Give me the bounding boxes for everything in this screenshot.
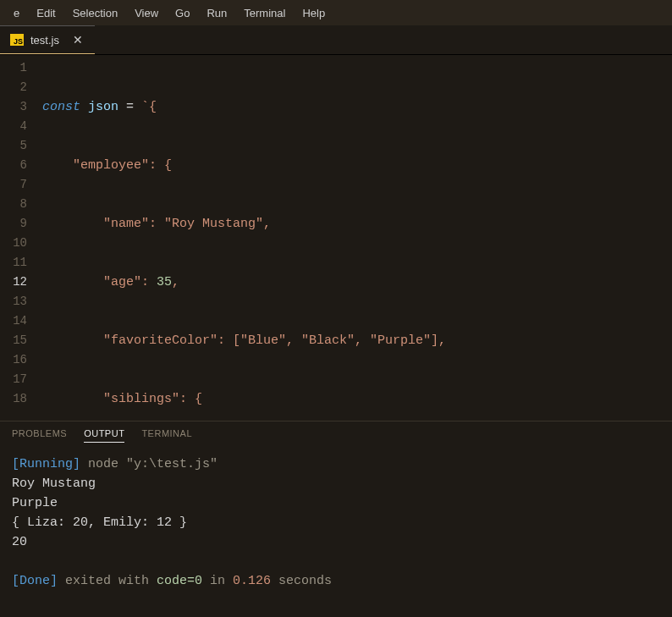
output-text: exited with — [58, 574, 157, 588]
output-command: node "y:\test.js" — [80, 457, 218, 471]
tab-test-js[interactable]: JS test.js ✕ — [0, 25, 95, 54]
panel-tab-output[interactable]: OUTPUT — [84, 428, 124, 443]
line-number: 11 — [0, 253, 27, 273]
output-done-tag: [Done] — [12, 574, 58, 588]
line-number: 7 — [0, 175, 27, 195]
line-number: 3 — [0, 97, 27, 117]
code-line: "employee": { — [42, 156, 672, 175]
output-content[interactable]: [Running] node "y:\test.js" Roy Mustang … — [0, 448, 672, 598]
menu-terminal[interactable]: Terminal — [235, 3, 294, 23]
code-line: "favoriteColor": ["Blue", "Black", "Purp… — [42, 331, 672, 350]
line-number: 14 — [0, 311, 27, 331]
output-line: 20 — [12, 535, 27, 549]
output-duration: 0.126 — [233, 574, 271, 588]
line-number: 15 — [0, 331, 27, 350]
tab-filename: test.js — [30, 34, 59, 47]
bottom-panel: PROBLEMS OUTPUT TERMINAL [Running] node … — [0, 421, 672, 617]
tab-close-button[interactable]: ✕ — [71, 33, 85, 47]
javascript-file-icon: JS — [10, 34, 24, 46]
code-line: "name": "Roy Mustang", — [42, 214, 672, 234]
line-number: 12 — [0, 273, 27, 292]
line-number: 17 — [0, 370, 27, 389]
line-number: 18 — [0, 389, 27, 409]
line-number: 4 — [0, 117, 27, 136]
line-number: 13 — [0, 292, 27, 311]
output-line: { Liza: 20, Emily: 12 } — [12, 515, 187, 530]
menu-selection[interactable]: Selection — [64, 3, 126, 23]
line-number: 16 — [0, 350, 27, 370]
menu-bar: e Edit Selection View Go Run Terminal He… — [0, 0, 672, 25]
panel-tab-bar: PROBLEMS OUTPUT TERMINAL — [0, 421, 672, 448]
output-running-tag: [Running] — [12, 457, 80, 471]
code-line: "age": 35, — [42, 273, 672, 292]
output-text: seconds — [271, 574, 332, 588]
code-line: "siblings": { — [42, 389, 672, 409]
line-number: 9 — [0, 214, 27, 234]
menu-file[interactable]: e — [5, 3, 28, 23]
line-number: 5 — [0, 136, 27, 156]
code-line: const json = `{ — [42, 97, 672, 117]
output-text: in — [202, 574, 233, 588]
menu-view[interactable]: View — [126, 3, 167, 23]
menu-run[interactable]: Run — [198, 3, 235, 23]
menu-go[interactable]: Go — [167, 3, 198, 23]
line-number: 6 — [0, 156, 27, 175]
output-line: Roy Mustang — [12, 477, 96, 491]
line-number: 10 — [0, 234, 27, 253]
tab-bar: JS test.js ✕ — [0, 25, 672, 55]
line-number: 2 — [0, 78, 27, 97]
line-number: 8 — [0, 195, 27, 214]
panel-tab-terminal[interactable]: TERMINAL — [141, 428, 192, 443]
code-content[interactable]: const json = `{ "employee": { "name": "R… — [42, 55, 672, 421]
output-line: Purple — [12, 496, 58, 510]
line-number: 1 — [0, 58, 27, 78]
output-exit-code: code=0 — [157, 574, 202, 588]
menu-help[interactable]: Help — [294, 3, 333, 23]
panel-tab-problems[interactable]: PROBLEMS — [12, 428, 67, 443]
line-number-gutter: 1 2 3 4 5 6 7 8 9 10 11 12 13 14 15 16 1… — [0, 55, 42, 421]
menu-edit[interactable]: Edit — [28, 3, 63, 23]
editor-area[interactable]: 1 2 3 4 5 6 7 8 9 10 11 12 13 14 15 16 1… — [0, 55, 672, 421]
